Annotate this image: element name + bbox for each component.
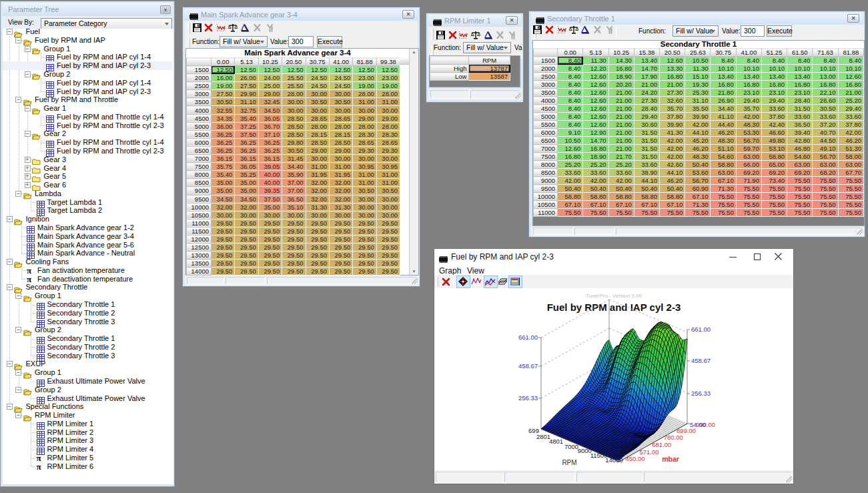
svg-text:2801: 2801: [536, 433, 550, 440]
svg-text:Fuel by RPM and IAP cyl 2-3: Fuel by RPM and IAP cyl 2-3: [547, 302, 681, 313]
svg-text:TunerPro - Version 5.00: TunerPro - Version 5.00: [586, 293, 642, 299]
svg-text:RPM: RPM: [562, 459, 576, 465]
svg-text:571.00: 571.00: [639, 448, 659, 456]
svg-text:661.00: 661.00: [691, 326, 711, 333]
svg-text:mbar: mbar: [662, 455, 679, 463]
svg-text:458.67: 458.67: [691, 357, 711, 364]
svg-text:14000: 14000: [605, 456, 622, 464]
svg-text:899.00: 899.00: [677, 427, 696, 434]
svg-text:780.00: 780.00: [664, 434, 683, 441]
svg-text:7000: 7000: [564, 443, 578, 450]
svg-text:661.00: 661.00: [518, 334, 538, 341]
svg-text:9000: 9000: [578, 447, 592, 454]
svg-text:54.00: 54.00: [690, 421, 706, 428]
svg-text:681.00: 681.00: [652, 441, 671, 448]
svg-text:4801: 4801: [549, 438, 563, 445]
svg-text:256.33: 256.33: [518, 394, 538, 402]
svg-text:458.67: 458.67: [518, 362, 538, 370]
svg-text:450.00: 450.00: [625, 455, 644, 462]
svg-text:256.33: 256.33: [691, 390, 711, 397]
